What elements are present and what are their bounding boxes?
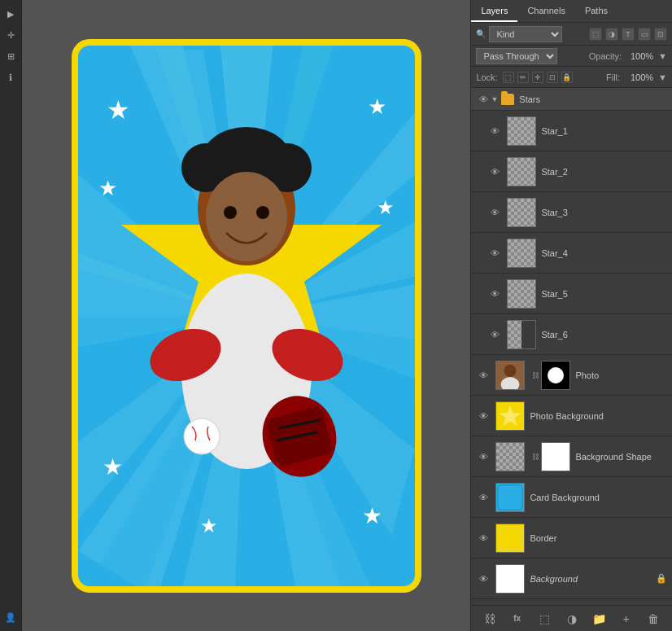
eye-star1[interactable]: 👁 [487,124,502,138]
layer-name-star5: Star_5 [541,289,667,299]
layer-card-bg[interactable]: 👁 Card Background [471,477,672,518]
filter-smart-icon[interactable]: ⊡ [654,28,667,41]
layer-background[interactable]: 👁 Background 🔒 [471,559,672,599]
tab-layers[interactable]: Layers [471,0,517,22]
layer-group-stars[interactable]: 👁 ▼ Stars [471,88,672,111]
lock-move-icon[interactable]: ✛ [532,72,543,83]
link-btn[interactable]: ⛓ [481,610,499,628]
eye-card-bg[interactable]: 👁 [476,490,491,505]
layer-name-photo-bg: Photo Background [530,411,667,421]
svg-point-36 [256,206,269,219]
eye-stars[interactable]: 👁 [476,92,491,107]
move-tool[interactable]: ✛ [2,26,20,44]
kind-select[interactable]: Kind [489,26,562,42]
layer-star3[interactable]: 👁 Star_3 [471,192,672,233]
layer-photo[interactable]: 👁 ⛓ Photo [471,355,672,396]
thumb-star1 [507,116,536,146]
layer-name-bg-shape: Background Shape [575,452,667,462]
eye-star5[interactable]: 👁 [487,287,502,301]
eye-star4[interactable]: 👁 [487,246,502,261]
layer-star6[interactable]: 👁 Star_6 [471,314,672,355]
layer-bg-shape[interactable]: 👁 ⛓ Background Shape [471,436,672,477]
thumb-bg-shape [495,442,525,471]
tab-paths[interactable]: Paths [575,0,617,22]
delete-btn[interactable]: 🗑 [644,610,662,628]
lock-transparent-icon[interactable]: ⬚ [503,72,514,83]
layers-list: 👁 ▼ Stars 👁 Star_1 👁 Star_2 👁 [471,88,672,605]
blend-mode-select[interactable]: Pass Through Normal Multiply [476,48,557,64]
eye-background[interactable]: 👁 [476,572,491,586]
filter-shape-icon[interactable]: ▭ [638,28,651,41]
star-decoration-4: ★ [377,196,395,219]
arrow-tool[interactable]: ▶ [2,5,20,23]
layer-photo-bg[interactable]: 👁 Photo Background [471,396,672,436]
info-icon[interactable]: ℹ [2,68,20,86]
eye-border[interactable]: 👁 [476,531,491,546]
layer-star4[interactable]: 👁 Star_4 [471,233,672,274]
mask-btn[interactable]: ⬚ [535,610,553,628]
layer-star1[interactable]: 👁 Star_1 [471,111,672,151]
adjustment-btn[interactable]: ◑ [563,610,581,628]
layer-border[interactable]: 👁 Border [471,518,672,559]
opacity-arrow[interactable]: ▼ [658,51,667,61]
tab-channels[interactable]: Channels [517,0,574,22]
star-decoration-2: ★ [98,176,117,201]
new-layer-btn[interactable]: + [617,610,635,628]
lock-paint-icon[interactable]: ✏ [517,72,529,83]
thumb-star5 [507,279,536,309]
layer-name-card-bg: Card Background [530,493,667,502]
thumb-photo [495,361,525,390]
lock-artboard-icon[interactable]: ⊡ [547,72,558,83]
chain-photo: ⛓ [530,370,541,381]
eye-photo[interactable]: 👁 [476,368,491,383]
filter-row: 🔍 Kind ⬚ ◑ T ▭ ⊡ [471,23,672,46]
card-canvas: ★ ★ ★ ★ ★ ★ ★ [72,39,421,593]
layers-icon[interactable]: ⊞ [2,47,20,65]
panel-bottom: ⛓ fx ⬚ ◑ 📁 + 🗑 [471,605,672,631]
mask-photo [541,361,570,390]
eye-star2[interactable]: 👁 [487,164,502,179]
svg-rect-45 [496,484,524,511]
svg-point-34 [206,172,287,261]
filter-pixel-icon[interactable]: ⬚ [589,28,602,41]
group-name-stars: Stars [519,94,667,104]
group-arrow-stars[interactable]: ▼ [491,95,498,103]
fx-btn[interactable]: fx [508,610,526,628]
photo-layer [120,62,373,502]
layer-name-photo: Photo [575,370,667,380]
blend-row: Pass Through Normal Multiply Opacity: 10… [471,46,672,67]
star-decoration-7: ★ [200,515,218,537]
layers-panel: Layers Channels Paths 🔍 Kind ⬚ ◑ T ▭ ⊡ P… [470,0,672,631]
opacity-label: Opacity: [589,51,622,61]
svg-rect-49 [496,565,524,593]
layer-name-star1: Star_1 [541,126,667,136]
chain-bg-shape: ⛓ [530,451,541,462]
layer-star2[interactable]: 👁 Star_2 [471,151,672,192]
lock-all-icon[interactable]: 🔒 [561,72,573,83]
star-decoration-6: ★ [362,502,382,529]
fill-value[interactable]: 100% [625,72,653,82]
eye-star6[interactable]: 👁 [487,327,502,342]
lock-row: Lock: ⬚ ✏ ✛ ⊡ 🔒 Fill: 100% ▼ [471,67,672,88]
left-toolbar: ▶ ✛ ⊞ ℹ 👤 [0,0,22,631]
filter-text-icon[interactable]: T [622,28,635,41]
person-icon[interactable]: 👤 [2,608,20,626]
layer-name-star2: Star_2 [541,167,667,177]
group-folder-stars [501,94,514,105]
filter-adjust-icon[interactable]: ◑ [605,28,618,41]
thumb-star6 [507,320,536,349]
panel-tabs: Layers Channels Paths [471,0,672,23]
svg-point-35 [224,206,237,219]
layer-star5[interactable]: 👁 Star_5 [471,274,672,314]
thumb-star2 [507,157,536,186]
eye-bg-shape[interactable]: 👁 [476,449,491,464]
eye-photo-bg[interactable]: 👁 [476,409,491,423]
fill-label: Fill: [606,72,620,82]
background-lock-icon: 🔒 [656,573,667,584]
thumb-card-bg [495,483,525,512]
eye-star3[interactable]: 👁 [487,205,502,220]
fill-arrow[interactable]: ▼ [658,72,667,82]
layer-name-star4: Star_4 [541,248,667,258]
opacity-value[interactable]: 100% [625,51,653,61]
group-btn[interactable]: 📁 [590,610,608,628]
